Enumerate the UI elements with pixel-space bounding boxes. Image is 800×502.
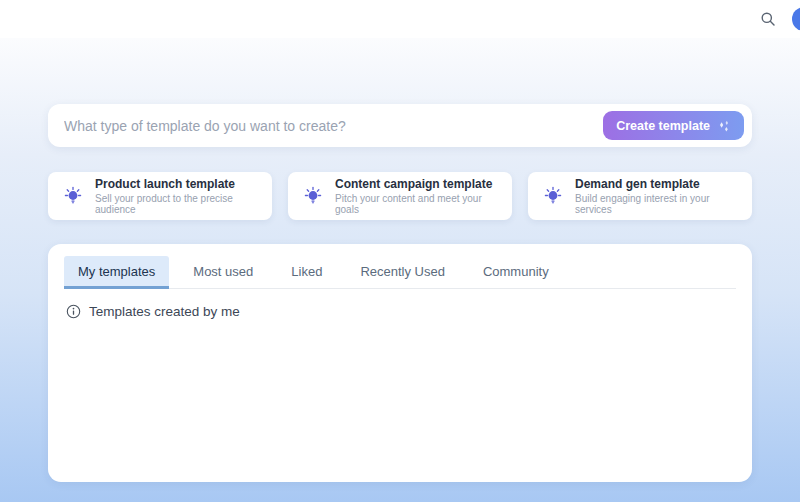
sparkles-icon [717,119,731,133]
template-composer-bar: Create template [48,104,752,147]
tab-my-templates[interactable]: My templates [64,256,169,289]
search-icon[interactable] [756,7,780,31]
lightbulb-icon [62,185,84,207]
card-title: Product launch template [95,177,260,191]
suggestion-cards-row: Product launch template Sell your produc… [48,172,752,220]
tab-liked[interactable]: Liked [277,256,336,289]
create-template-button[interactable]: Create template [603,111,744,140]
card-content-campaign-template[interactable]: Content campaign template Pitch your con… [288,172,512,220]
card-subtitle: Pitch your content and meet your goals [335,193,500,215]
top-bar [0,0,800,38]
card-subtitle: Build engaging interest in your services [575,193,740,215]
card-demand-gen-template[interactable]: Demand gen template Build engaging inter… [528,172,752,220]
create-template-label: Create template [616,119,710,133]
empty-state-row: Templates created by me [64,304,736,319]
tab-most-used[interactable]: Most used [179,256,267,289]
avatar[interactable] [792,7,800,31]
info-icon [66,304,81,319]
top-bar-actions [756,0,800,38]
lightbulb-icon [302,185,324,207]
tab-community[interactable]: Community [469,256,563,289]
card-subtitle: Sell your product to the precise audienc… [95,193,260,215]
tab-recently-used[interactable]: Recently Used [346,256,459,289]
templates-tabs: My templates Most used Liked Recently Us… [64,256,736,289]
card-title: Content campaign template [335,177,500,191]
templates-panel: My templates Most used Liked Recently Us… [48,244,752,482]
lightbulb-icon [542,185,564,207]
card-product-launch-template[interactable]: Product launch template Sell your produc… [48,172,272,220]
main-content: Create template [0,38,800,502]
empty-state-label: Templates created by me [89,304,240,319]
card-title: Demand gen template [575,177,740,191]
template-prompt-input[interactable] [64,118,603,134]
